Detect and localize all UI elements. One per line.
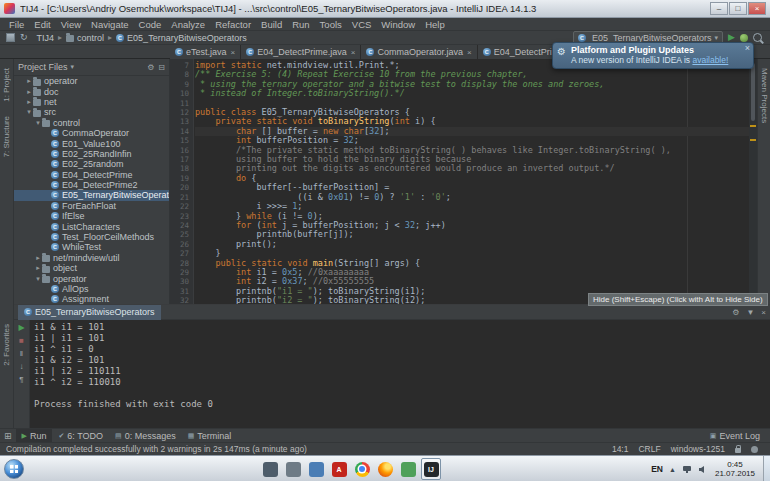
available-link[interactable]: available! bbox=[692, 55, 728, 65]
editor-tab[interactable]: CCommaOperator.java× bbox=[361, 45, 477, 59]
console-output[interactable]: i1 & i1 = 101i1 | i1 = 101i1 ^ i1 = 0i1 … bbox=[34, 322, 766, 426]
clear-console-icon[interactable]: ¶ bbox=[19, 376, 23, 384]
tree-item[interactable]: CE04_DetectPrime2 bbox=[14, 180, 169, 190]
menu-refactor[interactable]: Refactor bbox=[210, 19, 256, 30]
sync-icon[interactable]: ↻ bbox=[20, 33, 28, 42]
collapse-icon[interactable]: ▾ bbox=[34, 275, 42, 283]
tree-item[interactable]: CE02_25RandInfin bbox=[14, 149, 169, 159]
menu-run[interactable]: Run bbox=[287, 19, 314, 30]
editor-tab[interactable]: CE04_DetectPrime.java× bbox=[241, 45, 361, 59]
show-hidden-icons[interactable]: ▲ bbox=[669, 466, 676, 473]
notification-balloon[interactable]: ⚙ Platform and Plugin Updates A new vers… bbox=[552, 42, 754, 69]
expand-icon[interactable]: ▸ bbox=[25, 77, 33, 85]
tree-item[interactable]: CE05_TernaryBitwiseOperators bbox=[14, 190, 169, 200]
close-button[interactable]: × bbox=[748, 2, 766, 15]
tree-item[interactable]: ▾control bbox=[14, 118, 169, 128]
search-everywhere-icon[interactable] bbox=[753, 33, 762, 42]
tree-item[interactable]: ▸net bbox=[14, 97, 169, 107]
expand-icon[interactable]: ▸ bbox=[34, 254, 42, 262]
taskbar-clock[interactable]: 0:45 21.07.2015 bbox=[715, 460, 755, 478]
tree-item[interactable]: CForEachFloat bbox=[14, 201, 169, 211]
tree-item[interactable]: CE02_25random bbox=[14, 159, 169, 169]
close-icon[interactable]: × bbox=[231, 48, 236, 57]
app-icon-2[interactable] bbox=[283, 458, 303, 480]
menu-help[interactable]: Help bbox=[420, 19, 450, 30]
tree-item[interactable]: ▸doc bbox=[14, 86, 169, 96]
save-all-icon[interactable] bbox=[6, 33, 15, 42]
warning-stripe-mark[interactable] bbox=[750, 139, 756, 141]
tree-item[interactable]: CWhileTest bbox=[14, 242, 169, 252]
intellij-idea-icon[interactable]: IJ bbox=[421, 458, 441, 480]
app-icon-1[interactable] bbox=[260, 458, 280, 480]
scrollbar-thumb[interactable] bbox=[751, 63, 755, 121]
project-scope-label[interactable]: Project Files bbox=[18, 62, 68, 72]
tree-item[interactable]: ▸operator bbox=[14, 76, 169, 86]
code-line[interactable]: printnb(buffer[j]); bbox=[195, 230, 749, 239]
app-icon-4[interactable] bbox=[398, 458, 418, 480]
volume-icon[interactable] bbox=[698, 465, 707, 474]
tree-item[interactable]: ▾src bbox=[14, 107, 169, 117]
expand-icon[interactable]: ▸ bbox=[25, 88, 33, 96]
chrome-icon[interactable] bbox=[352, 458, 372, 480]
menu-navigate[interactable]: Navigate bbox=[86, 19, 134, 30]
code-area[interactable]: import static net.mindview.util.Print.*;… bbox=[195, 59, 749, 304]
stop-icon[interactable]: ■ bbox=[19, 337, 24, 345]
expand-icon[interactable]: ▸ bbox=[25, 98, 33, 106]
menu-code[interactable]: Code bbox=[134, 19, 167, 30]
editor-scrollbar[interactable] bbox=[749, 59, 757, 304]
toolwindow-switcher-icon[interactable]: ⊞ bbox=[4, 431, 12, 441]
menu-edit[interactable]: Edit bbox=[29, 19, 55, 30]
toolwindow-button-event-log[interactable]: ▣ Event Log bbox=[704, 429, 766, 442]
run-tab[interactable]: C E05_TernaryBitwiseOperators bbox=[18, 305, 161, 320]
start-button[interactable] bbox=[4, 459, 24, 479]
debug-button[interactable] bbox=[740, 34, 748, 42]
collapse-icon[interactable]: ▾ bbox=[34, 119, 42, 127]
rerun-icon[interactable]: ▶ bbox=[18, 324, 24, 332]
tree-item[interactable]: CAssignment bbox=[14, 294, 169, 304]
menu-tools[interactable]: Tools bbox=[315, 19, 347, 30]
editor[interactable]: 7891011121314151617181920212223242526272… bbox=[170, 59, 757, 304]
tree-item[interactable]: CE01_Value100 bbox=[14, 138, 169, 148]
hide-icon[interactable]: ▼ bbox=[746, 308, 754, 317]
toolwindow-button[interactable]: 7: Structure bbox=[2, 109, 11, 164]
show-desktop-button[interactable] bbox=[763, 456, 770, 481]
toolwindow-button-todo[interactable]: ✔6: TODO bbox=[52, 429, 109, 442]
tree-item[interactable]: CTest_FloorCeilMethods bbox=[14, 232, 169, 242]
app-icon-3[interactable] bbox=[306, 458, 326, 480]
gear-icon[interactable]: ⚙ bbox=[732, 308, 739, 317]
encoding-indicator[interactable]: windows-1251 bbox=[671, 444, 725, 454]
minimize-button[interactable]: – bbox=[710, 2, 728, 15]
menu-file[interactable]: File bbox=[4, 19, 29, 30]
menu-window[interactable]: Window bbox=[376, 19, 420, 30]
close-icon[interactable]: × bbox=[761, 308, 766, 317]
breadcrumb-item[interactable]: control bbox=[66, 33, 104, 43]
gear-icon[interactable]: ⚙ bbox=[147, 63, 154, 72]
menu-vcs[interactable]: VCS bbox=[347, 19, 377, 30]
network-icon[interactable] bbox=[682, 465, 692, 474]
caret-position[interactable]: 14:1 bbox=[612, 444, 629, 454]
hector-icon[interactable] bbox=[751, 446, 758, 453]
firefox-icon[interactable] bbox=[375, 458, 395, 480]
toolwindow-button[interactable]: 2: Favorites bbox=[2, 317, 11, 373]
menu-analyze[interactable]: Analyze bbox=[166, 19, 210, 30]
tree-item[interactable]: ▾operator bbox=[14, 273, 169, 283]
run-button[interactable]: ▶ bbox=[728, 33, 735, 42]
tree-item[interactable]: ▸object bbox=[14, 263, 169, 273]
toolwindow-button-messages[interactable]: ▤0: Messages bbox=[109, 429, 182, 442]
scroll-to-end-icon[interactable]: ↓ bbox=[20, 363, 24, 371]
line-ending-indicator[interactable]: CRLF bbox=[638, 444, 660, 454]
tree-item[interactable]: CE04_DetectPrime bbox=[14, 170, 169, 180]
code-line[interactable]: * instead of Integer.toBinaryString().*/ bbox=[195, 89, 749, 98]
close-icon[interactable]: × bbox=[467, 48, 472, 57]
collapse-icon[interactable]: ▾ bbox=[25, 108, 33, 116]
editor-tab[interactable]: CeTest.java× bbox=[170, 45, 241, 59]
language-indicator[interactable]: EN bbox=[651, 464, 663, 474]
pause-output-icon[interactable]: ‖ bbox=[20, 350, 23, 358]
toolwindow-button-run[interactable]: ▶Run bbox=[16, 429, 53, 442]
tree-item[interactable]: CListCharacters bbox=[14, 221, 169, 231]
toolwindow-button[interactable]: Maven Projects bbox=[760, 61, 769, 130]
adobe-reader-icon[interactable]: A bbox=[329, 458, 349, 480]
toolwindow-button-terminal[interactable]: ▦Terminal bbox=[182, 429, 238, 442]
tree-item[interactable]: CAllOps bbox=[14, 284, 169, 294]
collapse-all-icon[interactable]: ⊟ bbox=[158, 63, 165, 72]
